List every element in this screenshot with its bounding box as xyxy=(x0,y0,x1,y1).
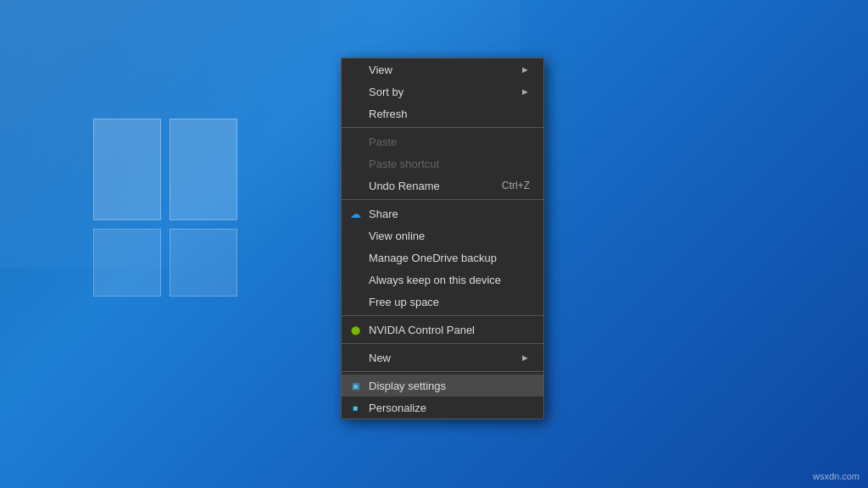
sort-by-label: Sort by xyxy=(369,86,403,98)
separator-4 xyxy=(342,343,543,344)
separator-5 xyxy=(342,371,543,372)
display-settings-icon: ▣ xyxy=(348,379,362,392)
menu-item-paste-shortcut[interactable]: Paste shortcut xyxy=(342,152,543,175)
win-panel-bot-right xyxy=(170,229,237,297)
share-label: Share xyxy=(369,208,398,220)
menu-item-view-online[interactable]: View online xyxy=(342,225,543,247)
menu-item-personalize[interactable]: ■ Personalize xyxy=(342,396,543,419)
menu-item-share[interactable]: ☁ Share xyxy=(342,202,543,225)
view-online-label: View online xyxy=(369,230,425,242)
menu-item-display-settings[interactable]: ▣ Display settings xyxy=(342,374,543,396)
menu-item-free-up[interactable]: Free up space xyxy=(342,291,543,313)
personalize-icon: ■ xyxy=(348,401,362,414)
menu-item-nvidia[interactable]: ⬤ NVIDIA Control Panel xyxy=(342,319,543,341)
new-arrow: ► xyxy=(520,352,530,363)
manage-backup-label: Manage OneDrive backup xyxy=(369,252,497,264)
separator-1 xyxy=(342,127,543,128)
refresh-label: Refresh xyxy=(369,108,408,120)
display-settings-label: Display settings xyxy=(369,380,446,392)
win-panel-bot-left xyxy=(93,229,161,297)
separator-2 xyxy=(342,199,543,200)
menu-item-manage-backup[interactable]: Manage OneDrive backup xyxy=(342,247,543,269)
sort-by-arrow: ► xyxy=(520,86,530,97)
menu-item-always-keep[interactable]: Always keep on this device xyxy=(342,269,543,291)
paste-label: Paste xyxy=(369,136,397,148)
menu-item-view[interactable]: View ► xyxy=(342,58,543,80)
watermark: wsxdn.com xyxy=(813,471,860,481)
context-menu: View ► Sort by ► Refresh Paste Paste sho… xyxy=(341,58,544,419)
new-label: New xyxy=(369,352,391,364)
paste-shortcut-label: Paste shortcut xyxy=(369,158,439,170)
nvidia-icon: ⬤ xyxy=(348,323,362,336)
win-panel-top-right xyxy=(170,119,237,220)
menu-item-sort-by[interactable]: Sort by ► xyxy=(342,80,543,103)
separator-3 xyxy=(342,315,543,316)
onedrive-icon: ☁ xyxy=(348,207,362,220)
always-keep-label: Always keep on this device xyxy=(369,274,501,286)
personalize-label: Personalize xyxy=(369,402,426,414)
desktop: View ► Sort by ► Refresh Paste Paste sho… xyxy=(0,0,868,488)
nvidia-label: NVIDIA Control Panel xyxy=(369,324,475,336)
menu-item-refresh[interactable]: Refresh xyxy=(342,103,543,125)
menu-item-new[interactable]: New ► xyxy=(342,347,543,369)
menu-item-undo-rename[interactable]: Undo Rename Ctrl+Z xyxy=(342,175,543,197)
watermark-text: wsxdn.com xyxy=(813,471,860,481)
undo-rename-label: Undo Rename xyxy=(369,180,440,192)
win-panel-top-left xyxy=(93,119,161,220)
view-arrow: ► xyxy=(520,64,530,75)
menu-item-paste[interactable]: Paste xyxy=(342,130,543,152)
undo-rename-shortcut: Ctrl+Z xyxy=(502,180,530,191)
free-up-label: Free up space xyxy=(369,296,439,308)
view-label: View xyxy=(369,64,392,76)
